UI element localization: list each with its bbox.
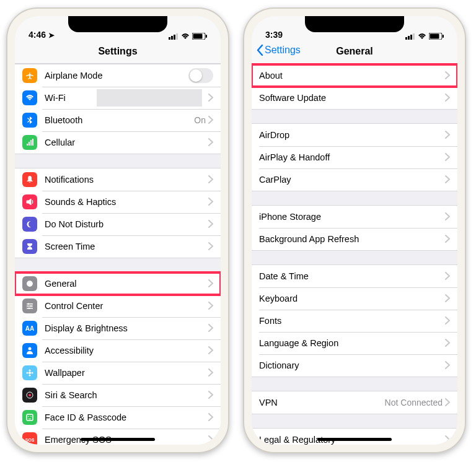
chevron-right-icon xyxy=(208,413,213,421)
airplane-icon xyxy=(22,68,37,83)
chevron-right-icon xyxy=(208,277,213,290)
svg-point-20 xyxy=(29,372,31,374)
row-airdrop[interactable]: AirDrop xyxy=(252,124,457,146)
chevron-right-icon xyxy=(208,368,213,377)
settings-list[interactable]: Airplane ModeWi-FiBluetoothOnCellularNot… xyxy=(15,64,221,445)
svg-rect-10 xyxy=(32,139,33,146)
home-indicator[interactable] xyxy=(81,438,155,441)
row-sounds-haptics[interactable]: Sounds & Haptics xyxy=(15,191,221,213)
battery-icon xyxy=(429,33,444,40)
general-list[interactable]: AboutSoftware UpdateAirDropAirPlay & Han… xyxy=(252,64,457,445)
chevron-right-icon xyxy=(208,391,213,399)
chevron-right-icon xyxy=(208,300,213,313)
row-screen-time[interactable]: Screen Time xyxy=(15,235,221,258)
row-label: Face ID & Passcode xyxy=(45,412,208,422)
svg-rect-34 xyxy=(413,33,415,40)
row-face-id-passcode[interactable]: Face ID & Passcode xyxy=(15,406,221,429)
row-airplay-handoff[interactable]: AirPlay & Handoff xyxy=(252,146,457,168)
chevron-right-icon xyxy=(445,316,450,325)
signal-icon xyxy=(405,33,415,40)
svg-rect-37 xyxy=(443,35,444,38)
chevron-right-icon xyxy=(445,435,450,443)
hourglass-icon xyxy=(22,239,37,254)
chevron-right-icon xyxy=(208,411,213,424)
battery-icon xyxy=(192,33,207,40)
chevron-right-icon xyxy=(445,131,450,139)
row-legal-regulatory[interactable]: Legal & Regulatory xyxy=(252,429,457,445)
row-do-not-disturb[interactable]: Do Not Disturb xyxy=(15,213,221,235)
row-label: Notifications xyxy=(45,175,208,185)
chevron-right-icon xyxy=(208,196,213,209)
status-time: 3:39 xyxy=(265,30,283,40)
row-language-region[interactable]: Language & Region xyxy=(252,332,457,354)
svg-rect-1 xyxy=(171,36,173,40)
back-button[interactable]: Settings xyxy=(257,45,301,56)
home-indicator[interactable] xyxy=(317,438,392,441)
chevron-right-icon xyxy=(208,279,213,287)
row-label: AirPlay & Handoff xyxy=(259,152,445,162)
row-bluetooth[interactable]: BluetoothOn xyxy=(15,109,221,131)
row-wi-fi[interactable]: Wi-Fi xyxy=(15,87,221,109)
row-keyboard[interactable]: Keyboard xyxy=(252,287,457,310)
chevron-right-icon xyxy=(208,389,213,402)
row-wallpaper[interactable]: Wallpaper xyxy=(15,362,221,384)
chevron-right-icon xyxy=(208,92,213,105)
moon-icon xyxy=(22,217,37,232)
chevron-right-icon xyxy=(445,339,450,347)
chevron-right-icon xyxy=(208,116,213,124)
chevron-right-icon xyxy=(208,367,213,380)
chevron-right-icon xyxy=(445,212,450,220)
row-label: Sounds & Haptics xyxy=(45,197,208,207)
aa-icon: AA xyxy=(22,321,37,336)
row-emergency-sos[interactable]: SOSEmergency SOS xyxy=(15,429,221,445)
row-date-time[interactable]: Date & Time xyxy=(252,265,457,287)
row-control-center[interactable]: Control Center xyxy=(15,295,221,317)
back-label: Settings xyxy=(265,45,301,56)
row-label: Control Center xyxy=(45,301,208,311)
faceid-icon xyxy=(22,410,37,425)
chevron-right-icon xyxy=(445,396,450,409)
row-software-update[interactable]: Software Update xyxy=(252,87,457,109)
row-label: Date & Time xyxy=(259,271,445,281)
row-accessibility[interactable]: Accessibility xyxy=(15,339,221,362)
chevron-right-icon xyxy=(445,398,450,406)
row-dictionary[interactable]: Dictionary xyxy=(252,354,457,377)
row-cellular[interactable]: Cellular xyxy=(15,131,221,154)
row-display-brightness[interactable]: AADisplay & Brightness xyxy=(15,317,221,339)
chevron-right-icon xyxy=(445,151,450,164)
row-carplay[interactable]: CarPlay xyxy=(252,168,457,191)
row-airplane-mode[interactable]: Airplane Mode xyxy=(15,64,221,87)
row-about[interactable]: About xyxy=(252,64,457,87)
svg-point-21 xyxy=(29,370,31,372)
chevron-right-icon xyxy=(445,233,450,246)
row-background-app-refresh[interactable]: Background App Refresh xyxy=(252,228,457,250)
row-general[interactable]: General xyxy=(15,272,221,295)
wifi-icon xyxy=(22,90,37,105)
person-icon xyxy=(22,343,37,358)
svg-point-26 xyxy=(29,394,31,396)
svg-text:AA: AA xyxy=(25,325,34,332)
row-label: Siri & Search xyxy=(45,390,208,400)
page-title: Settings xyxy=(98,46,137,56)
chevron-right-icon xyxy=(445,361,450,369)
row-notifications[interactable]: Notifications xyxy=(15,168,221,191)
svg-rect-31 xyxy=(405,37,407,40)
wifi-status-icon xyxy=(418,33,426,40)
chevron-right-icon xyxy=(445,173,450,186)
chevron-right-icon xyxy=(445,359,450,372)
screen-left: 4:46 ➤ Settings Airplane ModeWi-FiBlueto… xyxy=(15,16,221,445)
svg-rect-27 xyxy=(27,414,33,421)
toggle-switch[interactable] xyxy=(188,68,213,83)
chevron-right-icon xyxy=(208,198,213,206)
row-siri-search[interactable]: Siri & Search xyxy=(15,384,221,406)
row-iphone-storage[interactable]: iPhone Storage xyxy=(252,206,457,228)
gear-icon xyxy=(22,276,37,291)
row-vpn[interactable]: VPNNot Connected xyxy=(252,391,457,414)
status-time: 4:46 ➤ xyxy=(29,30,55,40)
row-label: Do Not Disturb xyxy=(45,219,208,229)
notch xyxy=(305,16,404,32)
row-fonts[interactable]: Fonts xyxy=(252,310,457,332)
chevron-right-icon xyxy=(445,71,450,79)
svg-rect-3 xyxy=(176,33,178,40)
chevron-right-icon xyxy=(208,136,213,149)
